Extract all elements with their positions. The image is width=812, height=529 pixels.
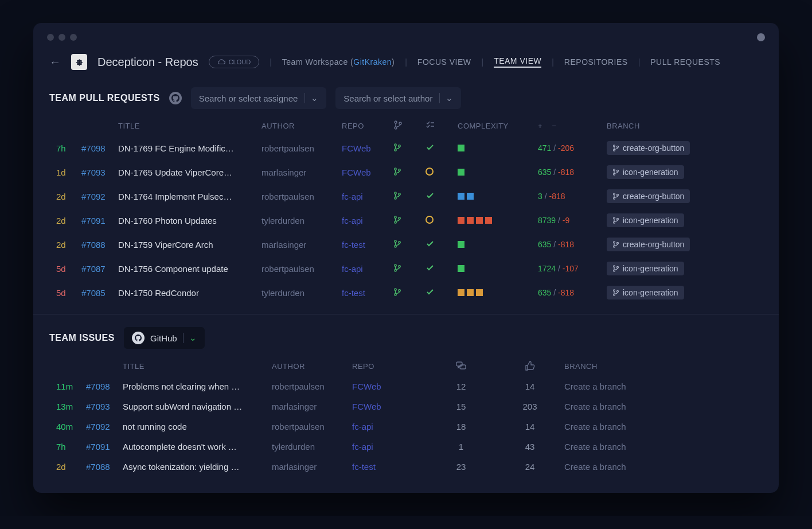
- pr-branch-tag[interactable]: create-org-button: [607, 141, 690, 155]
- window-controls[interactable]: [47, 34, 77, 41]
- svg-point-39: [395, 288, 397, 290]
- pr-repo[interactable]: fc-api: [342, 216, 393, 225]
- pr-title[interactable]: DN-1756 Component update: [118, 264, 261, 274]
- pr-number[interactable]: #7088: [81, 240, 118, 250]
- nav-team-view[interactable]: TEAM VIEW: [494, 56, 541, 68]
- svg-point-22: [395, 221, 397, 223]
- back-arrow-icon[interactable]: ←: [49, 56, 61, 69]
- issue-number[interactable]: #7088: [86, 462, 123, 472]
- issue-title[interactable]: Support subWord navigation …: [123, 402, 272, 411]
- pr-repo[interactable]: FCWeb: [342, 143, 393, 153]
- pr-complexity: [458, 217, 538, 224]
- branch-icon: [393, 264, 425, 274]
- assignee-select[interactable]: Search or select assignee ⌄: [191, 87, 327, 109]
- issue-number[interactable]: #7092: [86, 422, 123, 431]
- create-branch-link[interactable]: Create a branch: [564, 462, 667, 472]
- pr-repo[interactable]: fc-api: [342, 264, 393, 274]
- svg-point-35: [399, 265, 401, 267]
- issue-repo[interactable]: FCWeb: [352, 382, 427, 391]
- pr-title[interactable]: DN-1759 ViperCore Arch: [118, 240, 261, 250]
- branch-header-icon: [393, 120, 425, 131]
- pr-age: 5d: [56, 264, 81, 274]
- pr-complexity: [458, 145, 538, 151]
- pr-author: robertpaulsen: [261, 264, 342, 274]
- pr-status-icon: [425, 287, 458, 298]
- svg-point-11: [399, 169, 401, 171]
- nav-pull-requests[interactable]: PULL REQUESTS: [650, 57, 720, 67]
- issue-number[interactable]: #7098: [86, 382, 123, 391]
- pr-repo[interactable]: FCWeb: [342, 168, 393, 177]
- issue-repo[interactable]: fc-api: [352, 442, 427, 452]
- pr-title[interactable]: DN-1765 Update ViperCore…: [118, 168, 261, 177]
- svg-point-28: [395, 245, 397, 247]
- nav-repositories[interactable]: REPOSITORIES: [564, 57, 628, 67]
- issue-provider-select[interactable]: GitHub ⌄: [124, 327, 205, 349]
- issue-author: robertpaulsen: [272, 382, 352, 391]
- svg-point-5: [399, 145, 401, 147]
- issue-title[interactable]: Autocomplete doesn't work …: [123, 442, 272, 452]
- pr-title[interactable]: DN-1769 FC Engine Modific…: [118, 143, 261, 153]
- issue-number[interactable]: #7093: [86, 402, 123, 411]
- create-branch-link[interactable]: Create a branch: [564, 402, 667, 411]
- branch-icon: [393, 143, 425, 153]
- pr-branch-tag[interactable]: icon-generation: [607, 286, 684, 299]
- pr-repo[interactable]: fc-test: [342, 240, 393, 250]
- issue-row[interactable]: 2d#7088Async tokenization: yielding …mar…: [49, 457, 763, 477]
- pr-author: robertpaulsen: [261, 143, 342, 153]
- svg-point-24: [614, 217, 615, 219]
- pr-title[interactable]: DN-1750 RedCondor: [118, 288, 261, 298]
- pr-branch-tag[interactable]: icon-generation: [607, 165, 684, 179]
- pr-number[interactable]: #7087: [81, 264, 118, 274]
- branch-icon: [393, 240, 425, 250]
- issue-title[interactable]: Problems not clearing when …: [123, 382, 272, 391]
- issue-title[interactable]: Async tokenization: yielding …: [123, 462, 272, 472]
- pr-branch-tag[interactable]: icon-generation: [607, 262, 684, 275]
- pr-title[interactable]: DN-1760 Photon Updates: [118, 216, 261, 225]
- pr-status-icon: [425, 143, 458, 154]
- issue-number[interactable]: #7091: [86, 442, 123, 452]
- pr-row[interactable]: 2d#7092DN-1764 Implement Pulsec…robertpa…: [49, 184, 763, 208]
- pr-repo[interactable]: fc-api: [342, 192, 393, 201]
- svg-point-32: [617, 242, 619, 244]
- create-branch-link[interactable]: Create a branch: [564, 422, 667, 431]
- issue-repo[interactable]: fc-test: [352, 462, 427, 472]
- pr-author: tylerdurden: [261, 216, 342, 225]
- create-branch-link[interactable]: Create a branch: [564, 382, 667, 391]
- issue-row[interactable]: 7h#7091Autocomplete doesn't work …tylerd…: [49, 437, 763, 457]
- svg-point-23: [399, 217, 401, 219]
- pr-title[interactable]: DN-1764 Implement Pulsec…: [118, 192, 261, 201]
- pr-repo[interactable]: fc-test: [342, 288, 393, 298]
- branch-icon: [393, 168, 425, 177]
- pr-complexity: [458, 265, 538, 272]
- pr-number[interactable]: #7093: [81, 168, 118, 177]
- pr-branch-tag[interactable]: create-org-button: [607, 189, 690, 203]
- pr-age: 7h: [56, 143, 81, 153]
- pr-row[interactable]: 2d#7091DN-1760 Photon Updatestylerdurden…: [49, 208, 763, 232]
- create-branch-link[interactable]: Create a branch: [564, 442, 667, 452]
- issue-repo[interactable]: fc-api: [352, 422, 427, 431]
- issue-title[interactable]: not running code: [123, 422, 272, 431]
- pr-section: TEAM PULL REQUESTS Search or select assi…: [33, 80, 779, 305]
- issue-row[interactable]: 13m#7093Support subWord navigation …marl…: [49, 396, 763, 417]
- github-icon: [169, 92, 182, 104]
- pr-row[interactable]: 2d#7088DN-1759 ViperCore Archmarlasinger…: [49, 232, 763, 256]
- svg-point-9: [395, 168, 397, 170]
- issue-thumbs: 14: [495, 422, 564, 431]
- issue-repo[interactable]: FCWeb: [352, 402, 427, 411]
- pr-row[interactable]: 5d#7085DN-1750 RedCondortylerdurdenfc-te…: [49, 281, 763, 305]
- pr-row[interactable]: 7h#7098DN-1769 FC Engine Modific…robertp…: [49, 136, 763, 160]
- issue-row[interactable]: 11m#7098Problems not clearing when …robe…: [49, 376, 763, 396]
- pr-branch-tag[interactable]: icon-generation: [607, 213, 684, 227]
- gitkraken-link[interactable]: GitKraken: [353, 57, 392, 67]
- pr-complexity: [458, 241, 538, 248]
- pr-row[interactable]: 5d#7087DN-1756 Component updaterobertpau…: [49, 256, 763, 281]
- pr-branch-tag[interactable]: create-org-button: [607, 238, 690, 251]
- nav-focus-view[interactable]: FOCUS VIEW: [417, 57, 471, 67]
- pr-number[interactable]: #7085: [81, 288, 118, 298]
- pr-number[interactable]: #7098: [81, 143, 118, 153]
- author-select[interactable]: Search or select author ⌄: [335, 87, 461, 109]
- pr-number[interactable]: #7092: [81, 192, 118, 201]
- issue-row[interactable]: 40m#7092not running coderobertpaulsenfc-…: [49, 417, 763, 437]
- pr-number[interactable]: #7091: [81, 216, 118, 225]
- pr-row[interactable]: 1d#7093DN-1765 Update ViperCore…marlasin…: [49, 160, 763, 184]
